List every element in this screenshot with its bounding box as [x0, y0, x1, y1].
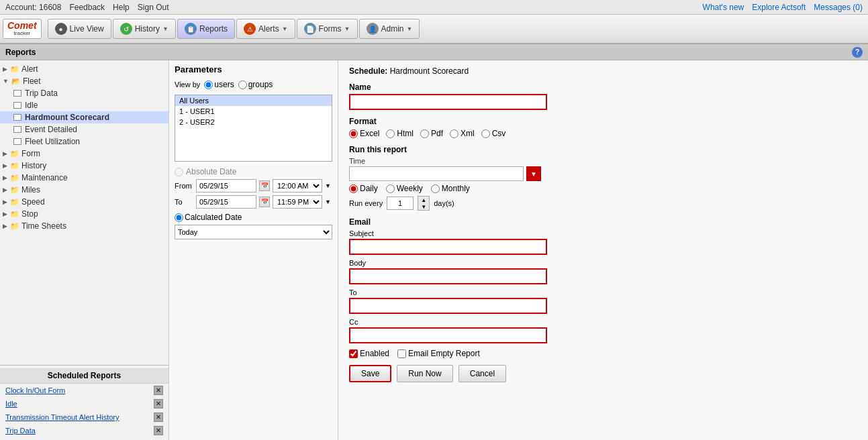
run-every-spinner[interactable]: ▲ ▼: [418, 196, 430, 211]
spin-up-btn[interactable]: ▲: [418, 197, 429, 203]
help-link[interactable]: Help: [113, 3, 130, 12]
tree-trip-data[interactable]: Trip Data: [0, 87, 168, 99]
scheduled-item-clockinout[interactable]: Clock In/Out Form ✕: [0, 384, 168, 397]
calculated-value-select[interactable]: Today: [175, 225, 332, 239]
cancel-button[interactable]: Cancel: [459, 365, 506, 382]
freq-monthly[interactable]: Monthly: [431, 184, 470, 193]
cc-input[interactable]: [349, 327, 547, 343]
scheduled-item-tripdata[interactable]: Trip Data ✕: [0, 424, 168, 437]
run-every-input[interactable]: [387, 197, 414, 210]
to-input[interactable]: [349, 298, 547, 314]
tree-miles[interactable]: ▶ 📁 Miles: [0, 184, 168, 196]
messages-link[interactable]: Messages (0): [814, 3, 863, 12]
calculated-date-option[interactable]: Calculated Date: [175, 213, 242, 222]
freq-daily-label: Daily: [360, 184, 378, 193]
run-now-button[interactable]: Run Now: [397, 365, 452, 382]
save-button[interactable]: Save: [349, 365, 391, 382]
user-all[interactable]: All Users: [175, 95, 332, 106]
tree-timesheets[interactable]: ▶ 📁 Time Sheets: [0, 220, 168, 232]
scheduled-transmission-close[interactable]: ✕: [154, 412, 163, 422]
spin-down-btn[interactable]: ▼: [418, 203, 429, 210]
view-groups-option[interactable]: groups: [238, 80, 273, 89]
freq-daily-radio[interactable]: [349, 184, 358, 193]
format-xml-radio[interactable]: [450, 129, 459, 138]
absolute-date-radio[interactable]: [175, 168, 183, 176]
nav-admin[interactable]: 👤 Admin ▼: [359, 19, 420, 39]
scheduled-item-transmission[interactable]: Transmission Timeout Alert History ✕: [0, 410, 168, 424]
tree-stop[interactable]: ▶ 📁 Stop: [0, 208, 168, 220]
format-html-radio[interactable]: [386, 129, 395, 138]
tree-fleet[interactable]: ▼ 📂 Fleet: [0, 75, 168, 87]
tree-miles-label: Miles: [21, 185, 40, 195]
to-date-input[interactable]: [196, 195, 256, 209]
scheduled-tripdata-close[interactable]: ✕: [154, 426, 163, 435]
nav-alerts[interactable]: ⚠ Alerts ▼: [236, 19, 295, 39]
absolute-date-option[interactable]: Absolute Date: [175, 167, 332, 176]
time-input[interactable]: [349, 166, 524, 181]
enabled-option[interactable]: Enabled: [349, 349, 389, 358]
stop-folder-icon: 📁: [10, 210, 19, 219]
format-csv[interactable]: Csv: [481, 129, 506, 138]
action-buttons: Save Run Now Cancel: [349, 365, 857, 382]
format-excel-radio[interactable]: [349, 129, 358, 138]
users-list[interactable]: All Users 1 - USER1 2 - USER2: [175, 95, 332, 162]
nav-live-view[interactable]: ● Live View: [48, 19, 111, 39]
signout-link[interactable]: Sign Out: [138, 3, 169, 12]
subject-input[interactable]: [349, 239, 547, 255]
from-time-select[interactable]: 12:00 AM: [273, 179, 322, 192]
scheduled-clock-label: Clock In/Out Form: [5, 386, 65, 394]
body-input[interactable]: [349, 268, 547, 284]
nav-reports[interactable]: 📋 Reports: [177, 19, 235, 39]
calculated-date-radio[interactable]: [175, 213, 183, 222]
nav-forms-label: Forms: [319, 24, 342, 34]
nav-history[interactable]: ↺ History ▼: [113, 19, 176, 39]
format-html[interactable]: Html: [386, 129, 414, 138]
form-folder-icon: 📁: [10, 150, 19, 158]
time-dropdown-btn[interactable]: ▼: [526, 166, 541, 181]
enabled-checkbox[interactable]: [349, 349, 358, 358]
view-groups-radio[interactable]: [238, 80, 247, 89]
feedback-link[interactable]: Feedback: [69, 3, 105, 12]
freq-monthly-radio[interactable]: [431, 184, 440, 193]
whats-new-link[interactable]: What's new: [703, 3, 744, 12]
view-users-radio[interactable]: [204, 80, 213, 89]
scheduled-reports-section: Scheduled Reports Clock In/Out Form ✕ Id…: [0, 365, 168, 440]
freq-daily[interactable]: Daily: [349, 184, 378, 193]
to-cal-icon[interactable]: 📅: [259, 197, 270, 207]
format-pdf[interactable]: Pdf: [420, 129, 443, 138]
format-excel[interactable]: Excel: [349, 129, 379, 138]
from-date-input[interactable]: [196, 179, 256, 192]
time-sublabel: Time: [349, 157, 857, 165]
user-2[interactable]: 2 - USER2: [175, 117, 332, 127]
tree-alert[interactable]: ▶ 📁 Alert: [0, 63, 168, 75]
tree-event-detailed[interactable]: Event Detailed: [0, 123, 168, 135]
name-input[interactable]: [349, 94, 547, 110]
tree-fleet-label: Fleet: [23, 76, 41, 86]
explore-link[interactable]: Explore Actsoft: [752, 3, 806, 12]
scheduled-item-idle[interactable]: Idle ✕: [0, 397, 168, 410]
email-empty-option[interactable]: Email Empty Report: [397, 349, 480, 358]
nav-forms[interactable]: 📄 Forms ▼: [297, 19, 358, 39]
tree-idle[interactable]: Idle: [0, 99, 168, 111]
scheduled-clock-close[interactable]: ✕: [154, 386, 163, 395]
view-users-option[interactable]: users: [204, 80, 234, 89]
format-pdf-radio[interactable]: [420, 129, 429, 138]
tree-fleet-utilization[interactable]: Fleet Utilization: [0, 135, 168, 148]
tree-speed[interactable]: ▶ 📁 Speed: [0, 196, 168, 208]
admin-arrow: ▼: [407, 25, 413, 32]
info-icon[interactable]: ?: [852, 47, 863, 58]
format-csv-radio[interactable]: [481, 129, 490, 138]
freq-weekly[interactable]: Weekly: [386, 184, 423, 193]
freq-weekly-radio[interactable]: [386, 184, 395, 193]
email-empty-checkbox[interactable]: [397, 349, 406, 358]
from-cal-icon[interactable]: 📅: [259, 180, 270, 191]
tree-maintenance[interactable]: ▶ 📁 Maintenance: [0, 172, 168, 184]
tree-hardmount[interactable]: Hardmount Scorecard: [0, 111, 168, 123]
subject-label: Subject: [349, 229, 857, 237]
tree-form[interactable]: ▶ 📁 Form: [0, 148, 168, 160]
tree-history[interactable]: ▶ 📁 History: [0, 160, 168, 172]
scheduled-idle-close[interactable]: ✕: [154, 399, 163, 408]
format-xml[interactable]: Xml: [450, 129, 475, 138]
to-time-select[interactable]: 11:59 PM: [273, 195, 322, 209]
user-1[interactable]: 1 - USER1: [175, 106, 332, 117]
